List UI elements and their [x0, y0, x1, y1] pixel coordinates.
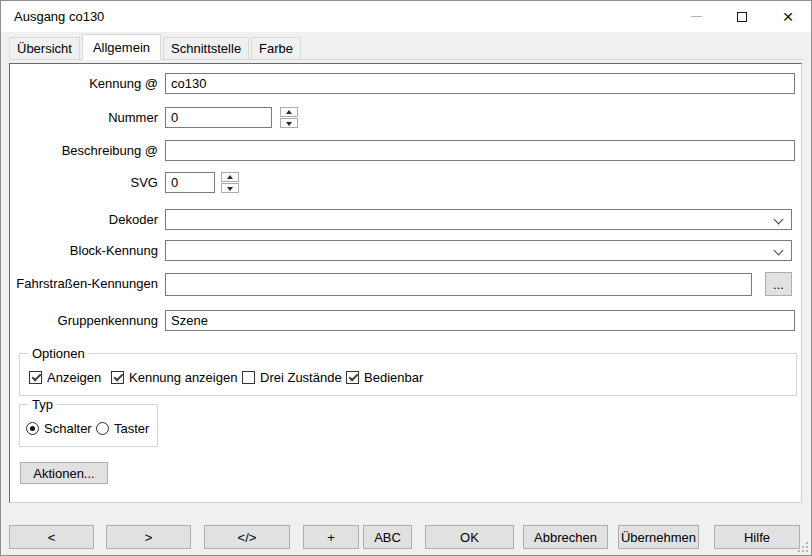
arrow-down-icon: [286, 122, 292, 126]
resize-grip[interactable]: [797, 541, 808, 552]
beschreibung-input[interactable]: [165, 140, 795, 161]
checkbox-anzeigen[interactable]: Anzeigen: [29, 370, 101, 385]
aktionen-button[interactable]: Aktionen...: [20, 462, 108, 484]
dekoder-select[interactable]: [165, 209, 792, 230]
arrow-down-icon: [227, 187, 233, 191]
svg-input[interactable]: 0: [165, 172, 215, 193]
checkbox-label: Bedienbar: [364, 370, 423, 385]
tab-schnittstelle[interactable]: Schnittstelle: [163, 37, 249, 59]
radio-schalter[interactable]: Schalter: [26, 421, 92, 436]
tab-allgemein[interactable]: Allgemein: [82, 34, 161, 60]
kennung-input[interactable]: co130: [165, 73, 795, 94]
svg-spinner-up-button[interactable]: [221, 172, 239, 182]
abc-button[interactable]: ABC: [363, 525, 412, 549]
nummer-input[interactable]: 0: [165, 107, 272, 128]
cancel-button[interactable]: Abbrechen: [523, 525, 608, 549]
window-controls: ×: [673, 1, 811, 32]
tab-content-allgemein: Kennung @ co130 Nummer 0 Beschreibung @ …: [9, 63, 802, 503]
checkbox-label: Anzeigen: [47, 370, 101, 385]
field-label-dekoder: Dekoder: [10, 209, 158, 230]
browse-button[interactable]: ...: [765, 272, 792, 296]
nav-forward-button[interactable]: >: [106, 525, 191, 549]
chevron-down-icon: [774, 215, 784, 225]
radio-taster[interactable]: Taster: [96, 421, 149, 436]
titlebar: Ausgang co130 ×: [1, 1, 811, 32]
field-label-kennung: Kennung @: [10, 73, 158, 94]
ok-button[interactable]: OK: [425, 525, 514, 549]
checkbox-drei-zustaende[interactable]: Drei Zustände: [242, 370, 342, 385]
svg-spinner: [221, 172, 239, 194]
field-label-fahrstrassen: Fahrstraßen-Kennungen: [10, 273, 158, 294]
checkbox-checked-icon: [346, 371, 359, 384]
svg-spinner-down-button[interactable]: [221, 183, 239, 193]
minimize-icon: [691, 16, 702, 17]
close-icon: ×: [782, 7, 793, 26]
fahrstrassen-input[interactable]: [165, 273, 752, 296]
minimize-button[interactable]: [673, 1, 719, 32]
maximize-icon: [737, 12, 747, 22]
field-label-beschreibung: Beschreibung @: [10, 140, 158, 161]
arrow-up-icon: [227, 175, 233, 179]
field-label-nummer: Nummer: [10, 107, 158, 128]
chevron-down-icon: [774, 246, 784, 256]
checkbox-checked-icon: [111, 371, 124, 384]
tab-uebersicht[interactable]: Übersicht: [9, 37, 80, 59]
optionen-groupbox-title: Optionen: [28, 345, 89, 362]
field-label-block-kennung: Block-Kennung: [10, 240, 158, 261]
apply-button[interactable]: Übernehmen: [618, 525, 699, 549]
radio-label: Taster: [114, 421, 149, 436]
nav-back-button[interactable]: <: [9, 525, 94, 549]
checkbox-checked-icon: [29, 371, 42, 384]
maximize-button[interactable]: [719, 1, 765, 32]
close-button[interactable]: ×: [765, 1, 811, 32]
optionen-groupbox: Optionen Anzeigen Kennung anzeigen Drei …: [19, 353, 797, 396]
block-kennung-select[interactable]: [165, 240, 792, 261]
checkbox-label: Kennung anzeigen: [129, 370, 237, 385]
tab-farbe[interactable]: Farbe: [251, 37, 301, 59]
help-button[interactable]: Hilfe: [714, 525, 800, 549]
nummer-spinner-up-button[interactable]: [280, 107, 298, 117]
checkbox-unchecked-icon: [242, 371, 255, 384]
nummer-spinner: [280, 107, 298, 129]
gruppenkennung-input[interactable]: Szene: [165, 310, 795, 331]
add-button[interactable]: +: [303, 525, 359, 549]
window-title: Ausgang co130: [14, 1, 104, 32]
checkbox-kennung-anzeigen[interactable]: Kennung anzeigen: [111, 370, 237, 385]
tabstrip: Übersicht Allgemein Schnittstelle Farbe: [9, 32, 803, 60]
radio-label: Schalter: [44, 421, 92, 436]
arrow-up-icon: [286, 110, 292, 114]
field-label-gruppenkennung: Gruppenkennung: [10, 310, 158, 331]
checkbox-label: Drei Zustände: [260, 370, 342, 385]
nummer-spinner-down-button[interactable]: [280, 118, 298, 128]
dialog-window: Ausgang co130 × Übersicht Allgemein Schn…: [0, 0, 812, 556]
code-button[interactable]: </>: [204, 525, 290, 549]
radio-unselected-icon: [96, 422, 109, 435]
field-label-svg: SVG: [10, 172, 158, 193]
typ-groupbox-title: Typ: [28, 396, 57, 413]
typ-groupbox: Typ Schalter Taster: [19, 404, 158, 447]
radio-selected-icon: [26, 422, 39, 435]
checkbox-bedienbar[interactable]: Bedienbar: [346, 370, 423, 385]
